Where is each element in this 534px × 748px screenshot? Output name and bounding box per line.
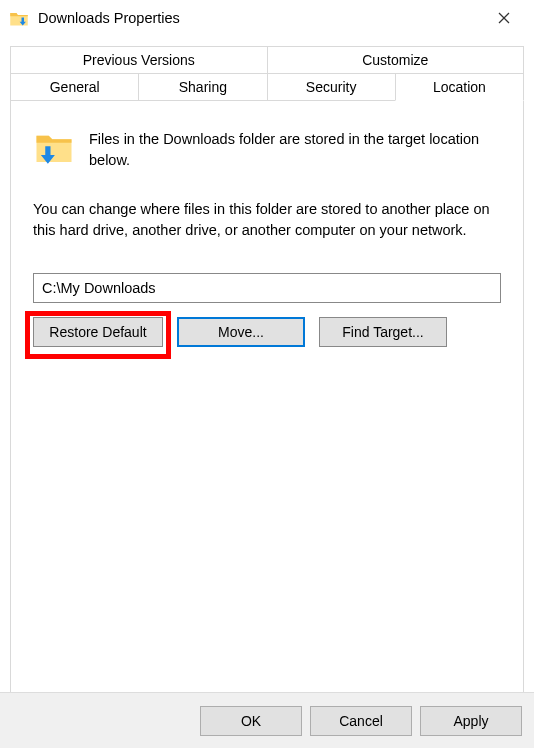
tab-strip: Previous Versions Customize General Shar… xyxy=(0,36,534,102)
dialog-footer: OK Cancel Apply xyxy=(0,692,534,748)
tab-security[interactable]: Security xyxy=(267,73,396,101)
titlebar: Downloads Properties xyxy=(0,0,534,36)
find-target-button[interactable]: Find Target... xyxy=(319,317,447,347)
tab-previous-versions[interactable]: Previous Versions xyxy=(10,46,268,74)
window-title: Downloads Properties xyxy=(38,10,481,26)
close-icon xyxy=(498,12,510,24)
description-text: You can change where files in this folde… xyxy=(33,199,501,241)
properties-dialog: Downloads Properties Previous Versions C… xyxy=(0,0,534,748)
close-button[interactable] xyxy=(481,2,526,34)
tab-customize[interactable]: Customize xyxy=(267,46,525,74)
move-button[interactable]: Move... xyxy=(177,317,305,347)
action-button-row: Restore Default Move... Find Target... xyxy=(33,317,501,347)
cancel-button[interactable]: Cancel xyxy=(310,706,412,736)
restore-default-button[interactable]: Restore Default xyxy=(33,317,163,347)
downloads-folder-icon xyxy=(33,127,75,169)
ok-button[interactable]: OK xyxy=(200,706,302,736)
apply-button[interactable]: Apply xyxy=(420,706,522,736)
tab-general[interactable]: General xyxy=(10,73,139,101)
tab-page-location: Files in the Downloads folder are stored… xyxy=(10,101,524,705)
downloads-folder-icon xyxy=(8,7,30,29)
folder-path-input[interactable] xyxy=(33,273,501,303)
intro-text: Files in the Downloads folder are stored… xyxy=(89,127,501,171)
tab-sharing[interactable]: Sharing xyxy=(138,73,267,101)
tab-location[interactable]: Location xyxy=(395,73,524,101)
